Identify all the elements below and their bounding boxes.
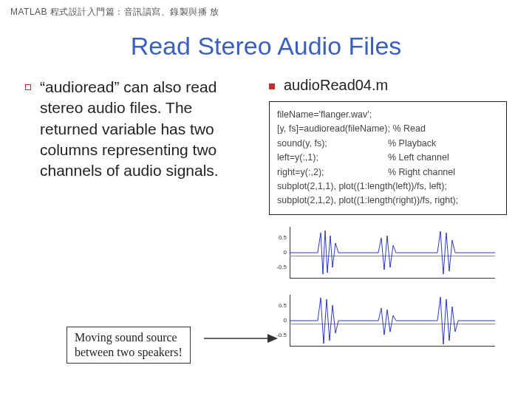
ytick-label: -0.5 — [272, 264, 287, 270]
code-line: right=y(:,2); — [277, 166, 388, 180]
code-comment: % Right channel — [388, 166, 455, 180]
waveform-svg — [290, 295, 495, 347]
code-line: subplot(2,1,1), plot((1:length(left))/fs… — [277, 180, 447, 194]
code-line: [y, fs]=audioread(fileName); — [277, 122, 390, 136]
code-comment: % Read — [392, 122, 425, 136]
content-row: “audioread” can also read stereo audio f… — [0, 77, 532, 360]
code-line: subplot(2,1,2), plot((1:length(right))/f… — [277, 194, 458, 208]
body-paragraph: “audioread” can also read stereo audio f… — [40, 77, 254, 182]
waveform-chart-left: 0.5 0 -0.5 — [269, 224, 498, 287]
arrow-icon — [204, 331, 278, 346]
code-line: left=y(:,1); — [277, 151, 388, 165]
chart-stack: 0.5 0 -0.5 — [269, 224, 507, 355]
code-line: fileName='flanger.wav'; — [277, 108, 372, 122]
square-bullet-icon — [25, 84, 31, 90]
breadcrumb: MATLAB 程式設計入門篇：音訊讀寫、錄製與播 放 — [0, 0, 532, 18]
ytick-label: 0.5 — [272, 234, 287, 241]
left-column: “audioread” can also read stereo audio f… — [25, 77, 254, 360]
waveform-svg — [290, 227, 495, 279]
ytick-label: 0 — [272, 249, 287, 256]
svg-marker-9 — [267, 334, 278, 343]
bullet-item-right: audioRead04.m — [269, 77, 507, 94]
code-comment: % Playback — [388, 137, 436, 151]
ytick-label: 0.5 — [272, 302, 287, 309]
page-title: Read Stereo Audio Files — [0, 32, 532, 61]
callout-box: Moving sound source between two speakers… — [66, 327, 191, 364]
right-column: audioRead04.m fileName='flanger.wav'; [y… — [269, 77, 507, 360]
square-bullet-icon — [269, 83, 275, 89]
bullet-item-left: “audioread” can also read stereo audio f… — [25, 77, 254, 182]
waveform-chart-right: 0.5 0 -0.5 — [269, 292, 498, 355]
code-comment: % Left channel — [388, 151, 449, 165]
callout-line: between two speakers! — [75, 345, 183, 360]
ytick-label: 0 — [272, 317, 287, 324]
code-listing: fileName='flanger.wav'; [y, fs]=audiorea… — [269, 101, 507, 215]
callout-line: Moving sound source — [75, 330, 183, 345]
source-file-label: audioRead04.m — [284, 77, 388, 94]
code-line: sound(y, fs); — [277, 137, 388, 151]
